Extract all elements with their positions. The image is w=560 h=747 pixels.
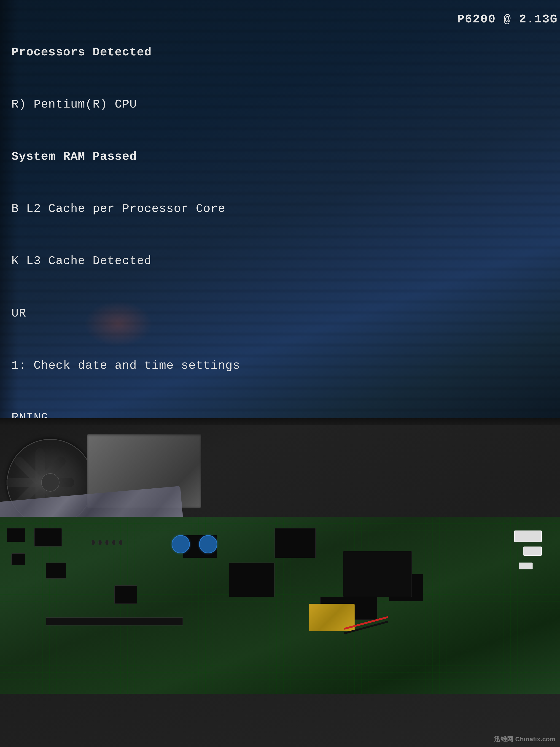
capacitor-row-2 <box>98 540 102 545</box>
bios-line-2: R) Pentium(R) CPU <box>11 96 358 113</box>
fan-center-hub <box>41 473 59 492</box>
ic-chip-4 <box>46 563 66 578</box>
laptop-body <box>0 425 560 747</box>
ic-chip-6 <box>229 563 274 597</box>
bios-line-7: 1: Check date and time settings <box>11 357 358 374</box>
ic-chip-2 <box>34 528 62 546</box>
bios-display: Processors Detected R) Pentium(R) CPU Sy… <box>0 0 370 433</box>
bios-line-6: UR <box>11 305 358 322</box>
motherboard-pcb <box>0 517 560 694</box>
laptop-screen: Processors Detected R) Pentium(R) CPU Sy… <box>0 0 560 433</box>
watermark: 迅维网 Chinafix.com <box>494 735 555 744</box>
bios-line-1: Processors Detected <box>11 44 358 61</box>
bios-line-1-text: Processors Detected <box>11 46 152 59</box>
capacitor-row-3 <box>105 540 109 545</box>
cpu-model-display: P6200 @ 2.13G <box>457 12 560 26</box>
bios-line-3-text: System RAM Passed <box>11 150 137 163</box>
photo-container: Processors Detected R) Pentium(R) CPU Sy… <box>0 0 560 747</box>
bios-line-5: K L3 Cache Detected <box>11 252 358 269</box>
large-ic-chip <box>343 551 412 597</box>
capacitor-row-4 <box>112 540 115 545</box>
ic-chip-1 <box>7 528 25 542</box>
capacitor-row-5 <box>119 540 123 545</box>
capacitor-row-1 <box>91 540 95 545</box>
white-connector-3 <box>519 563 533 569</box>
bios-line-4-text: B L2 Cache per Processor Core <box>11 202 225 215</box>
bios-line-3: System RAM Passed <box>11 148 358 165</box>
white-connector-1 <box>514 531 542 542</box>
bios-line-7-text: 1: Check date and time settings <box>11 359 240 372</box>
bios-line-6-text: UR <box>11 307 26 320</box>
bios-line-5-text: K L3 Cache Detected <box>11 254 152 268</box>
bios-line-4: B L2 Cache per Processor Core <box>11 200 358 217</box>
ic-chip-7 <box>274 528 316 558</box>
blue-connector-2 <box>199 535 217 553</box>
blue-connector-1 <box>171 535 190 553</box>
screen-bezel <box>0 418 560 425</box>
hardware-area <box>0 418 560 747</box>
bios-line-2-text: R) Pentium(R) CPU <box>11 98 137 111</box>
white-connector-2 <box>524 546 542 556</box>
ic-chip-8 <box>114 586 137 604</box>
cpu-model-text: P6200 @ 2.13G <box>457 12 558 26</box>
pcie-slot <box>46 617 183 625</box>
ic-chip-3 <box>11 553 25 565</box>
screen-glow-effect <box>84 301 153 347</box>
watermark-text: 迅维网 Chinafix.com <box>494 736 555 743</box>
